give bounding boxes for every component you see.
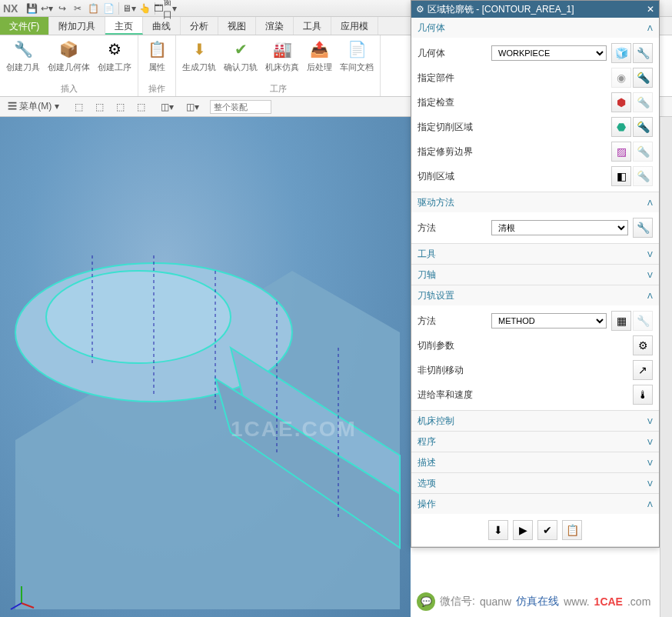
generate-path-button[interactable]: ⬇生成刀轨	[179, 37, 219, 75]
new-geometry-icon[interactable]: 🧊	[611, 43, 631, 63]
select-part-icon[interactable]: ◉	[611, 68, 631, 88]
generate-button[interactable]: ⬇	[488, 520, 508, 540]
window-menu[interactable]: 🗔 窗口▾	[158, 2, 172, 15]
machine-sim-button[interactable]: 🏭机床仿真	[262, 37, 302, 75]
app-logo: NX	[3, 2, 18, 15]
url-prefix: www.	[564, 595, 589, 608]
section-header-machine[interactable]: 机床控制 ᐯ	[411, 411, 659, 431]
section-header-program[interactable]: 程序 ᐯ	[411, 432, 659, 452]
close-icon[interactable]: ✕	[647, 4, 654, 15]
row-path-method: 方法 METHOD ▦ 🔧	[418, 308, 653, 333]
postprocess-icon: 📤	[309, 38, 331, 60]
edit-geometry-icon[interactable]: 🔧	[633, 43, 653, 63]
drive-method-select[interactable]: 清根	[491, 220, 628, 235]
tab-tool[interactable]: 工具	[294, 17, 331, 35]
postprocess-button[interactable]: 📤后处理	[304, 37, 335, 75]
feed-icon[interactable]: 🌡	[633, 385, 653, 405]
select-trim-icon[interactable]: ▨	[611, 142, 631, 162]
section-header-path[interactable]: 刀轨设置 ᐱ	[411, 285, 659, 305]
url-brand: 1CAE	[594, 595, 623, 608]
path-method-select[interactable]: METHOD	[491, 313, 607, 329]
create-geometry-button[interactable]: 📦创建几何体	[45, 37, 93, 75]
right-sidebar[interactable]	[660, 117, 672, 617]
method-inherit-icon[interactable]: ▦	[611, 311, 631, 331]
touch-icon[interactable]: 👆	[138, 2, 151, 15]
shopfloor-button[interactable]: 📄车间文档	[337, 37, 377, 75]
properties-button[interactable]: 📋属性	[141, 37, 172, 75]
tab-analyze[interactable]: 分析	[181, 17, 218, 35]
create-operation-button[interactable]: ⚙创建工序	[95, 37, 135, 75]
viewport-3d[interactable]: 1CAE.COM	[0, 117, 411, 617]
cutarea-label: 指定切削区域	[418, 121, 487, 134]
dialog-titlebar[interactable]: ⚙ 区域轮廓铣 - [CONTOUR_AREA_1] ✕	[411, 1, 659, 18]
paste-icon[interactable]: 📄	[101, 2, 115, 15]
display-check-icon[interactable]: 🔦	[633, 92, 653, 112]
section-header-geometry[interactable]: 几何体 ᐱ	[411, 18, 659, 38]
noncut-label: 非切削移动	[418, 364, 487, 377]
tab-render[interactable]: 渲染	[256, 17, 294, 35]
section-header-drive[interactable]: 驱动方法 ᐱ	[411, 192, 659, 212]
section-header-ops[interactable]: 操作 ᐱ	[411, 494, 659, 514]
view2-icon[interactable]: ◫▾	[181, 100, 204, 114]
tab-app[interactable]: 应用模	[331, 17, 378, 35]
chevron-down-icon: ᐯ	[647, 459, 653, 467]
menu-button[interactable]: ☰ 菜单(M) ▾	[3, 98, 64, 115]
select-check-icon[interactable]: ⬢	[611, 92, 631, 112]
url-suffix: .com	[627, 595, 650, 608]
verify-button[interactable]: ✔	[537, 520, 557, 540]
watermark: 1CAE.COM	[231, 417, 357, 442]
tab-home[interactable]: 主页	[105, 17, 143, 35]
section-header-desc[interactable]: 描述 ᐯ	[411, 452, 659, 472]
method-edit-icon[interactable]: 🔧	[633, 311, 653, 331]
redo-icon[interactable]: ↪	[55, 2, 69, 15]
display-cutarea-icon[interactable]: 🔦	[633, 117, 653, 137]
wechat-icon: 💬	[417, 592, 435, 611]
filter-icon[interactable]: ⬚	[70, 100, 88, 114]
tab-curve[interactable]: 曲线	[143, 17, 181, 35]
operation-icon: ⚙	[104, 38, 125, 60]
section-options: 选项 ᐯ	[411, 473, 659, 494]
tab-view[interactable]: 视图	[218, 17, 256, 35]
display-part-icon[interactable]: 🔦	[633, 68, 653, 88]
select-cutregion-icon[interactable]: ◧	[611, 166, 631, 186]
list-button[interactable]: 📋	[562, 520, 582, 540]
display-cutregion-icon[interactable]: 🔦	[633, 166, 653, 186]
create-tool-button[interactable]: 🔧创建刀具	[3, 37, 43, 75]
model-view[interactable]: 1CAE.COM	[0, 117, 411, 617]
replay-button[interactable]: ▶	[513, 520, 533, 540]
coordinate-system-icon[interactable]	[6, 580, 37, 611]
cutparams-icon[interactable]: ⚙	[633, 335, 653, 355]
select-cutarea-icon[interactable]: ⬣	[611, 117, 631, 137]
row-cutregion: 切削区域 ◧ 🔦	[418, 164, 653, 188]
undo-dropdown-icon[interactable]: ↩▾	[40, 2, 54, 15]
filter4-icon[interactable]: ⬚	[132, 100, 150, 114]
section-header-tool[interactable]: 工具 ᐯ	[411, 244, 659, 264]
cutparams-label: 切削参数	[418, 339, 487, 352]
tab-addon[interactable]: 附加刀具	[49, 17, 105, 35]
ribbon-group-insert: 🔧创建刀具 📦创建几何体 ⚙创建工序 插入	[0, 35, 138, 96]
section-path: 刀轨设置 ᐱ 方法 METHOD ▦ 🔧 切削参数 ⚙ 非切削移动	[411, 285, 659, 411]
cut-icon[interactable]: ✂	[71, 2, 85, 15]
edit-drive-icon[interactable]: 🔧	[633, 218, 653, 238]
verify-path-button[interactable]: ✔确认刀轨	[221, 37, 261, 75]
assembly-search-input[interactable]	[210, 100, 271, 114]
chevron-up-icon: ᐱ	[647, 24, 653, 32]
geometry-select[interactable]: WORKPIECE	[491, 45, 607, 61]
tab-file[interactable]: 文件(F)	[0, 17, 49, 35]
gear-icon: ⚙	[416, 4, 424, 15]
operation-dialog: ⚙ 区域轮廓铣 - [CONTOUR_AREA_1] ✕ 几何体 ᐱ 几何体 W…	[411, 0, 660, 548]
display-trim-icon[interactable]: 🔦	[633, 142, 653, 162]
section-header-options[interactable]: 选项 ᐯ	[411, 473, 659, 493]
row-noncut: 非切削移动 ↗	[418, 358, 653, 382]
section-header-axis[interactable]: 刀轴 ᐯ	[411, 265, 659, 285]
path-method-label: 方法	[418, 315, 487, 328]
view-icon[interactable]: ◫▾	[156, 100, 178, 114]
save-icon[interactable]: 💾	[25, 2, 38, 15]
copy-icon[interactable]: 📋	[86, 2, 100, 15]
filter3-icon[interactable]: ⬚	[111, 100, 129, 114]
noncut-icon[interactable]: ↗	[633, 360, 653, 380]
row-drive-method: 方法 清根 🔧	[418, 215, 653, 240]
chevron-down-icon: ᐯ	[647, 417, 653, 425]
filter2-icon[interactable]: ⬚	[91, 100, 108, 114]
display-dropdown-icon[interactable]: 🖥▾	[122, 2, 136, 15]
